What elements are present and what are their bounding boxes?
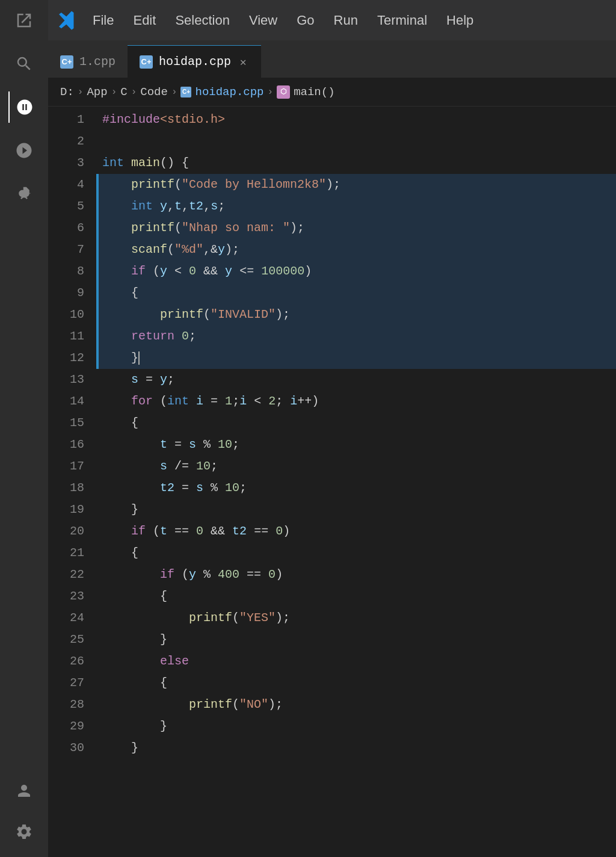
ln-13: 13 (48, 369, 96, 391)
breadcrumb: D: › App › C › Code › C+ hoidap.cpp › ⬡ … (48, 78, 616, 107)
code-line-11: return 0; (96, 326, 616, 347)
cpp-icon-hoidap: C+ (140, 55, 153, 69)
code-line-22: if (y % 400 == 0) (96, 564, 616, 586)
editor-area: File Edit Selection View Go Run Terminal… (48, 0, 616, 857)
code-line-27: { (96, 672, 616, 694)
ln-2: 2 (48, 131, 96, 152)
code-line-23: { (96, 586, 616, 607)
code-line-3: int main() { (96, 152, 616, 174)
tab-label-hoidap: hoidap.cpp (159, 55, 231, 69)
ln-29: 29 (48, 716, 96, 737)
code-line-16: t = s % 10; (96, 434, 616, 456)
ln-18: 18 (48, 477, 96, 499)
code-container[interactable]: 1 2 3 4 5 6 7 8 9 10 11 12 13 14 15 16 1… (48, 107, 616, 857)
cpp-icon-1: C+ (60, 55, 73, 69)
code-line-15: { (96, 412, 616, 434)
ln-22: 22 (48, 564, 96, 586)
selection-indicator-4 (96, 174, 99, 196)
ln-3: 3 (48, 152, 96, 174)
code-line-29: } (96, 716, 616, 737)
breadcrumb-c[interactable]: C (120, 85, 127, 99)
ln-6: 6 (48, 217, 96, 239)
settings-icon[interactable] (8, 816, 40, 847)
ln-4: 4 (48, 174, 96, 196)
ln-15: 15 (48, 412, 96, 434)
code-lines: #include<stdio.h> int main() { printf("C… (96, 107, 616, 857)
tab-label-1cpp: 1.cpp (79, 55, 116, 69)
ln-9: 9 (48, 282, 96, 304)
code-line-2 (96, 131, 616, 152)
ln-23: 23 (48, 586, 96, 607)
line-numbers: 1 2 3 4 5 6 7 8 9 10 11 12 13 14 15 16 1… (48, 107, 96, 857)
code-line-1: #include<stdio.h> (96, 109, 616, 131)
tab-hoidapcpp[interactable]: C+ hoidap.cpp ✕ (128, 45, 261, 78)
code-line-10: printf("INVALID"); (96, 304, 616, 326)
menu-selection[interactable]: Selection (167, 9, 238, 32)
ln-17: 17 (48, 456, 96, 477)
breadcrumb-filename[interactable]: hoidap.cpp (195, 85, 263, 99)
code-line-8: if (y < 0 && y <= 100000) (96, 261, 616, 282)
breadcrumb-code[interactable]: Code (140, 85, 168, 99)
ln-27: 27 (48, 672, 96, 694)
explorer-icon[interactable] (8, 5, 40, 36)
code-line-28: printf("NO"); (96, 694, 616, 716)
selection-indicator-6 (96, 217, 99, 239)
tab-close-hoidap[interactable]: ✕ (237, 56, 249, 68)
ln-1: 1 (48, 109, 96, 131)
menu-file[interactable]: File (84, 9, 122, 32)
account-icon[interactable] (8, 775, 40, 806)
ln-19: 19 (48, 499, 96, 521)
menu-bar: File Edit Selection View Go Run Terminal… (48, 0, 616, 40)
menu-view[interactable]: View (241, 9, 286, 32)
ln-24: 24 (48, 607, 96, 629)
ln-8: 8 (48, 261, 96, 282)
menu-run[interactable]: Run (325, 9, 366, 32)
selection-indicator-7 (96, 239, 99, 261)
debug-icon[interactable] (8, 135, 40, 166)
selection-indicator-12 (96, 347, 99, 369)
menu-edit[interactable]: Edit (125, 9, 164, 32)
tabs-bar: C+ 1.cpp C+ hoidap.cpp ✕ (48, 40, 616, 78)
extensions-icon[interactable] (8, 178, 40, 209)
search-icon[interactable] (8, 48, 40, 79)
code-line-24: printf("YES"); (96, 607, 616, 629)
selection-indicator-10 (96, 304, 99, 326)
breadcrumb-function-icon: ⬡ (277, 85, 290, 99)
selection-indicator-11 (96, 326, 99, 347)
code-line-14: for (int i = 1;i < 2; i++) (96, 391, 616, 412)
ln-21: 21 (48, 542, 96, 564)
text-cursor (138, 351, 140, 365)
activity-bar-bottom (8, 775, 40, 857)
source-control-icon[interactable] (8, 91, 40, 123)
ln-10: 10 (48, 304, 96, 326)
code-line-13: s = y; (96, 369, 616, 391)
code-line-9: { (96, 282, 616, 304)
code-line-19: } (96, 499, 616, 521)
ln-20: 20 (48, 521, 96, 542)
ln-25: 25 (48, 629, 96, 651)
selection-indicator-9 (96, 282, 99, 304)
code-line-17: s /= 10; (96, 456, 616, 477)
ln-26: 26 (48, 651, 96, 672)
code-line-30: } (96, 737, 616, 759)
selection-indicator-8 (96, 261, 99, 282)
code-line-26: else (96, 651, 616, 672)
breadcrumb-function[interactable]: main() (294, 85, 334, 99)
tab-1cpp[interactable]: C+ 1.cpp (48, 45, 128, 78)
ln-7: 7 (48, 239, 96, 261)
ln-28: 28 (48, 694, 96, 716)
selection-indicator-5 (96, 196, 99, 217)
breadcrumb-cpp-icon: C+ (180, 87, 191, 97)
menu-help[interactable]: Help (438, 9, 482, 32)
breadcrumb-drive[interactable]: D: (60, 85, 74, 99)
code-line-7: scanf("%d",&y); (96, 239, 616, 261)
code-line-18: t2 = s % 10; (96, 477, 616, 499)
breadcrumb-app[interactable]: App (87, 85, 107, 99)
menu-go[interactable]: Go (288, 9, 322, 32)
code-line-21: { (96, 542, 616, 564)
ln-11: 11 (48, 326, 96, 347)
menu-terminal[interactable]: Terminal (369, 9, 436, 32)
code-line-12: } (96, 347, 616, 369)
code-line-5: int y,t,t2,s; (96, 196, 616, 217)
activity-bar (0, 0, 48, 857)
